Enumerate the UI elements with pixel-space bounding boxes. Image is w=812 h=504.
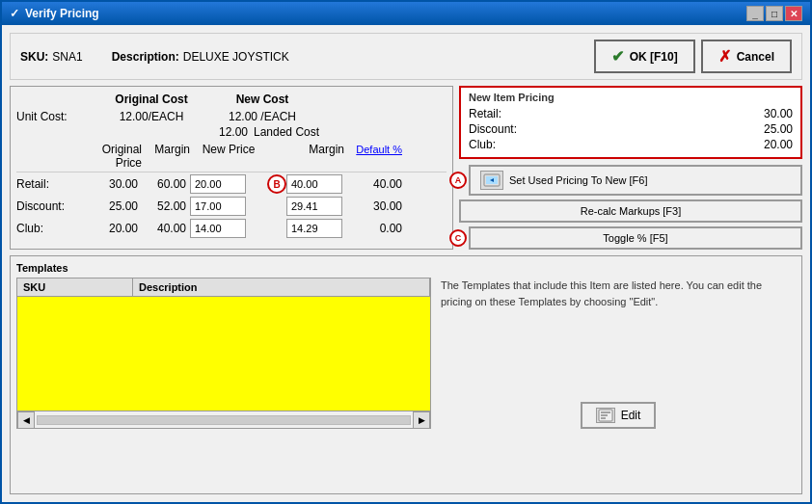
unit-cost-label: Unit Cost: bbox=[16, 110, 103, 123]
set-used-icon bbox=[480, 171, 503, 190]
edit-button[interactable]: Edit bbox=[581, 402, 657, 429]
nip-retail-row: Retail: 30.00 bbox=[469, 107, 793, 120]
retail-new-margin-wrapper bbox=[286, 174, 344, 194]
scroll-left-button[interactable]: ◀ bbox=[17, 411, 35, 429]
retail-new-price-wrapper bbox=[190, 174, 267, 194]
club-default-pct: 0.00 bbox=[344, 222, 402, 235]
retail-original-price: 30.00 bbox=[84, 177, 142, 191]
club-margin: 40.00 bbox=[142, 222, 190, 235]
content-area: SKU: SNA1 Description: DELUXE JOYSTICK ✔… bbox=[2, 25, 810, 502]
title-bar-controls: _ □ ✕ bbox=[746, 6, 802, 21]
club-row: Club: 20.00 40.00 0.00 bbox=[16, 219, 447, 238]
default-pct-link[interactable]: Default % bbox=[356, 144, 402, 155]
retail-margin: 60.00 bbox=[142, 177, 190, 191]
nip-club-label: Club: bbox=[469, 138, 496, 151]
landed-cost-row: 12.00 Landed Cost bbox=[16, 125, 447, 139]
club-new-price-wrapper bbox=[190, 219, 267, 238]
discount-margin: 52.00 bbox=[142, 199, 190, 213]
recalc-button[interactable]: Re-calc Markups [F3] bbox=[459, 199, 802, 223]
sh-new-margin: Margin bbox=[286, 143, 344, 170]
check-icon: ✔ bbox=[611, 47, 624, 66]
retail-label: Retail: bbox=[16, 177, 84, 191]
maximize-button[interactable]: □ bbox=[766, 6, 783, 21]
grid-header: SKU Description bbox=[16, 278, 431, 296]
action-buttons: ✔ OK [F10] ✗ Cancel bbox=[594, 40, 792, 73]
landed-cost-value: 12.00 bbox=[200, 125, 248, 139]
description-value: DELUXE JOYSTICK bbox=[183, 50, 289, 64]
nip-retail-value: 30.00 bbox=[764, 107, 793, 120]
original-cost-header: Original Cost bbox=[103, 93, 200, 106]
description-field: Description: DELUXE JOYSTICK bbox=[112, 50, 289, 64]
nip-discount-label: Discount: bbox=[469, 122, 517, 136]
discount-label: Discount: bbox=[16, 199, 84, 213]
scroll-right-button[interactable]: ▶ bbox=[413, 411, 430, 429]
set-used-wrapper: A Set Used Pricing To New [F6] bbox=[459, 165, 802, 196]
recalc-label: Re-calc Markups [F3] bbox=[581, 205, 682, 217]
discount-row: Discount: 25.00 52.00 30.00 bbox=[16, 197, 447, 216]
ok-label: OK [F10] bbox=[630, 50, 678, 64]
nip-discount-value: 25.00 bbox=[764, 122, 793, 136]
retail-new-price-input[interactable] bbox=[190, 174, 246, 194]
club-label: Club: bbox=[16, 222, 84, 235]
scroll-track[interactable] bbox=[37, 415, 411, 425]
buttons-panel: A Set Used Pricing To New [F6] bbox=[459, 165, 802, 250]
sh-margin: Margin bbox=[142, 143, 190, 170]
pricing-sub-header: Original Price Margin New Price Margin D… bbox=[16, 143, 447, 172]
x-icon: ✗ bbox=[718, 47, 731, 66]
sh-default-pct: Default % bbox=[344, 143, 402, 170]
sku-field: SKU: SNA1 bbox=[20, 50, 83, 64]
minimize-button[interactable]: _ bbox=[746, 6, 764, 21]
club-new-margin-wrapper bbox=[286, 219, 344, 238]
new-item-pricing-box: New Item Pricing Retail: 30.00 Discount:… bbox=[459, 86, 802, 159]
templates-description: The Templates that include this Item are… bbox=[441, 278, 796, 309]
unit-cost-new: 12.00 /EACH bbox=[200, 110, 325, 123]
title-bar: ✓ Verify Pricing _ □ ✕ bbox=[2, 2, 810, 25]
ok-button[interactable]: ✔ OK [F10] bbox=[594, 40, 695, 73]
retail-row: Retail: 30.00 60.00 B 40.00 bbox=[16, 174, 447, 194]
grid-header-description: Description bbox=[133, 279, 430, 296]
cancel-label: Cancel bbox=[737, 50, 774, 64]
pricing-table-panel: Original Cost New Cost Unit Cost: 12.00/… bbox=[10, 86, 453, 250]
nip-discount-row: Discount: 25.00 bbox=[469, 122, 793, 136]
right-panel: New Item Pricing Retail: 30.00 Discount:… bbox=[459, 86, 802, 250]
templates-lower: SKU Description ◀ ▶ The Templates that i… bbox=[16, 278, 796, 429]
unit-cost-original: 12.00/EACH bbox=[103, 110, 200, 123]
description-label: Description: bbox=[112, 50, 179, 64]
title-bar-left: ✓ Verify Pricing bbox=[10, 7, 99, 20]
templates-grid-area: SKU Description ◀ ▶ bbox=[16, 278, 431, 429]
nip-retail-label: Retail: bbox=[469, 107, 501, 120]
nip-club-row: Club: 20.00 bbox=[469, 138, 793, 151]
sku-info: SKU: SNA1 Description: DELUXE JOYSTICK bbox=[20, 50, 586, 64]
grid-header-sku: SKU bbox=[17, 279, 133, 296]
cancel-button[interactable]: ✗ Cancel bbox=[701, 40, 792, 73]
window-title-icon: ✓ bbox=[10, 7, 19, 20]
retail-b-badge: B bbox=[267, 174, 286, 194]
close-button[interactable]: ✕ bbox=[785, 6, 802, 21]
b-badge: B bbox=[267, 174, 286, 194]
toggle-button[interactable]: Toggle % [F5] bbox=[469, 226, 802, 250]
empty-col bbox=[16, 93, 103, 106]
retail-new-margin-input[interactable] bbox=[286, 174, 342, 194]
set-used-button[interactable]: Set Used Pricing To New [F6] bbox=[469, 165, 802, 196]
circle-c-badge: C bbox=[449, 229, 467, 247]
discount-original-price: 25.00 bbox=[84, 199, 142, 213]
sh-original-price: Original Price bbox=[84, 143, 142, 170]
club-new-margin-input[interactable] bbox=[286, 219, 342, 238]
circle-a-badge: A bbox=[449, 172, 467, 189]
club-original-price: 20.00 bbox=[84, 222, 142, 235]
top-bar: SKU: SNA1 Description: DELUXE JOYSTICK ✔… bbox=[10, 33, 802, 80]
edit-label: Edit bbox=[621, 409, 641, 422]
window-title: Verify Pricing bbox=[25, 7, 99, 20]
templates-right: The Templates that include this Item are… bbox=[441, 278, 796, 429]
club-new-price-input[interactable] bbox=[190, 219, 246, 238]
grid-body[interactable] bbox=[16, 296, 431, 411]
discount-new-margin-input[interactable] bbox=[286, 197, 342, 216]
sku-value: SNA1 bbox=[52, 50, 82, 64]
toggle-wrapper: C Toggle % [F5] bbox=[459, 226, 802, 250]
edit-icon bbox=[596, 408, 615, 423]
sku-label: SKU: bbox=[20, 50, 48, 64]
set-used-label: Set Used Pricing To New [F6] bbox=[509, 174, 647, 186]
discount-new-price-input[interactable] bbox=[190, 197, 246, 216]
nip-club-value: 20.00 bbox=[764, 138, 793, 151]
pricing-section: Original Cost New Cost Unit Cost: 12.00/… bbox=[10, 86, 802, 250]
